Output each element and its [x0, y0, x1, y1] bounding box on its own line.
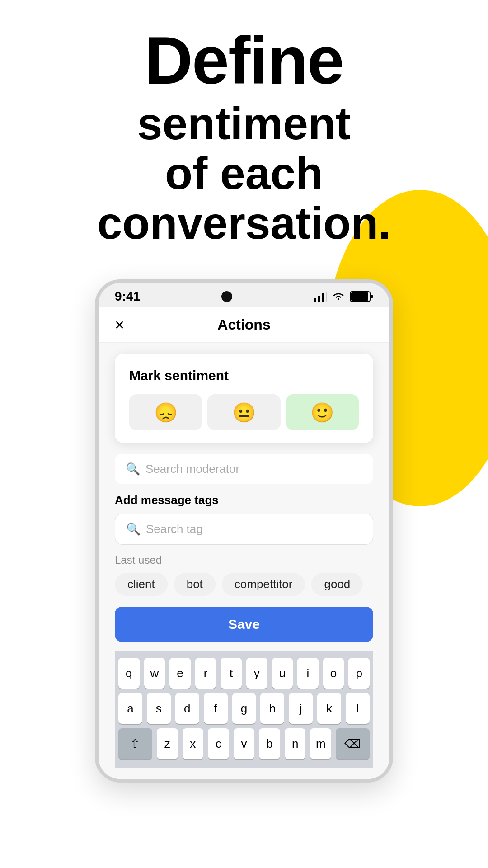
- svg-rect-2: [322, 293, 324, 302]
- sentiment-buttons: 😞 😐 🙂: [129, 394, 359, 430]
- key-l[interactable]: l: [346, 693, 370, 724]
- key-n[interactable]: n: [285, 728, 306, 759]
- key-x[interactable]: x: [183, 728, 204, 759]
- save-button[interactable]: Save: [115, 607, 373, 642]
- svg-point-4: [338, 298, 339, 300]
- search-tag-icon: 🔍: [126, 522, 141, 536]
- search-moderator-placeholder[interactable]: Search moderator: [145, 462, 239, 476]
- camera-notch: [221, 291, 232, 302]
- key-i[interactable]: i: [297, 658, 319, 689]
- svg-rect-0: [314, 298, 316, 302]
- key-z[interactable]: z: [157, 728, 178, 759]
- tag-good[interactable]: good: [311, 573, 363, 596]
- key-g[interactable]: g: [232, 693, 256, 724]
- svg-rect-3: [326, 292, 327, 302]
- key-y[interactable]: y: [246, 658, 267, 689]
- tag-compettitor[interactable]: compettitor: [222, 573, 305, 596]
- wifi-icon: [332, 292, 345, 302]
- key-o[interactable]: o: [323, 658, 344, 689]
- tag-client[interactable]: client: [115, 573, 168, 596]
- key-q[interactable]: q: [118, 658, 140, 689]
- search-moderator-box: 🔍 Search moderator: [115, 454, 373, 484]
- phone-content: Mark sentiment 😞 😐 🙂 🔍 Search moderator …: [99, 343, 389, 779]
- key-d[interactable]: d: [175, 693, 199, 724]
- key-s[interactable]: s: [147, 693, 171, 724]
- keyboard-row-1: q w e r t y u i o p: [118, 658, 370, 689]
- last-used-label: Last used: [115, 554, 373, 566]
- key-h[interactable]: h: [260, 693, 284, 724]
- key-w[interactable]: w: [144, 658, 165, 689]
- status-bar: 9:41: [99, 283, 389, 307]
- key-t[interactable]: t: [221, 658, 242, 689]
- key-backspace[interactable]: ⌫: [336, 728, 370, 759]
- sentiment-card: Mark sentiment 😞 😐 🙂: [115, 354, 373, 443]
- key-m[interactable]: m: [310, 728, 331, 759]
- key-f[interactable]: f: [204, 693, 228, 724]
- key-j[interactable]: j: [289, 693, 313, 724]
- svg-rect-1: [318, 296, 320, 302]
- tags-row: client bot compettitor good: [115, 573, 373, 596]
- key-shift[interactable]: ⇧: [118, 728, 152, 759]
- close-button[interactable]: ×: [115, 316, 124, 335]
- add-tags-title: Add message tags: [115, 493, 373, 507]
- status-time: 9:41: [115, 289, 140, 304]
- key-b[interactable]: b: [259, 728, 280, 759]
- battery-icon: [350, 291, 373, 302]
- key-c[interactable]: c: [208, 728, 229, 759]
- search-tag-placeholder: Search tag: [146, 522, 203, 536]
- sentiment-negative-button[interactable]: 😞: [129, 394, 202, 430]
- keyboard: q w e r t y u i o p a s d f g h: [115, 651, 373, 768]
- key-v[interactable]: v: [234, 728, 255, 759]
- signal-icon: [314, 292, 327, 302]
- phone-mockup: 9:41: [95, 279, 393, 783]
- sentiment-card-title: Mark sentiment: [129, 368, 359, 383]
- app-header-title: Actions: [217, 316, 270, 333]
- svg-rect-7: [371, 295, 373, 298]
- key-a[interactable]: a: [118, 693, 142, 724]
- key-r[interactable]: r: [195, 658, 216, 689]
- sentiment-positive-button[interactable]: 🙂: [286, 394, 359, 430]
- hero-section: Define sentimentof eachconversation.: [0, 0, 488, 266]
- key-p[interactable]: p: [348, 658, 370, 689]
- keyboard-row-2: a s d f g h j k l: [118, 693, 370, 724]
- search-moderator-icon: 🔍: [126, 462, 140, 476]
- search-tag-box[interactable]: 🔍 Search tag: [115, 514, 373, 545]
- phone-wrapper: 9:41: [0, 279, 488, 783]
- key-u[interactable]: u: [272, 658, 293, 689]
- app-header: × Actions: [99, 307, 389, 343]
- keyboard-row-3: ⇧ z x c v b n m ⌫: [118, 728, 370, 759]
- svg-rect-6: [351, 292, 368, 301]
- sentiment-neutral-button[interactable]: 😐: [207, 394, 280, 430]
- key-e[interactable]: e: [169, 658, 191, 689]
- key-k[interactable]: k: [317, 693, 341, 724]
- tag-bot[interactable]: bot: [174, 573, 216, 596]
- hero-define: Define: [27, 27, 461, 94]
- hero-subtext: sentimentof eachconversation.: [27, 99, 461, 248]
- status-icons: [314, 291, 373, 302]
